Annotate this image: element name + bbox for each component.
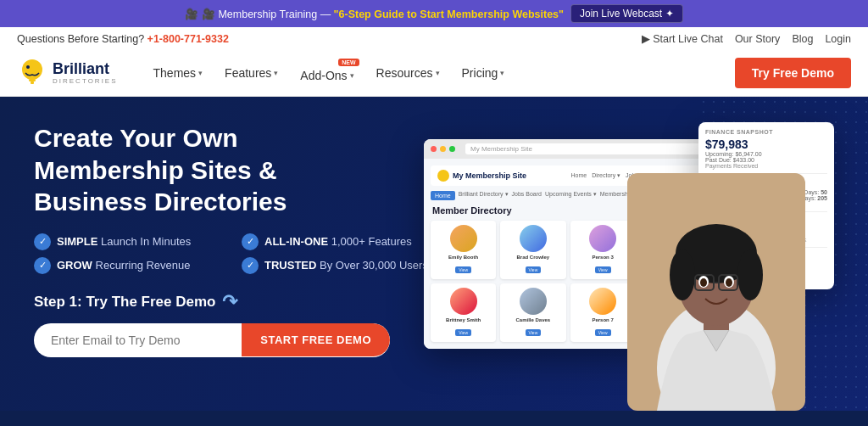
person-photo <box>627 173 805 411</box>
login-link[interactable]: Login <box>825 33 851 45</box>
list-item: Brittney Smith View <box>431 283 496 342</box>
svg-rect-2 <box>31 81 34 84</box>
nav-resources[interactable]: Resources ▾ <box>366 59 450 87</box>
feature-allinone: ✓ ALL-IN-ONE 1,000+ Features <box>242 233 441 250</box>
announcement-highlight: "6-Step Guide to Start Membership Websit… <box>334 8 564 20</box>
nav-themes[interactable]: Themes ▾ <box>143 59 214 87</box>
hero-features: ✓ SIMPLE Launch In Minutes ✓ ALL-IN-ONE … <box>34 233 441 274</box>
feature-grow: ✓ GROW Recurring Revenue <box>34 257 233 274</box>
nav-pricing[interactable]: Pricing ▾ <box>452 59 515 87</box>
arrow-icon: ↷ <box>222 291 237 313</box>
person-illustration <box>627 173 805 411</box>
browser-max-dot <box>449 146 455 152</box>
check-icon: ✓ <box>34 233 51 250</box>
chevron-down-icon: ▾ <box>436 69 440 77</box>
logo-icon <box>17 58 47 88</box>
svg-point-9 <box>670 249 695 300</box>
svg-point-13 <box>700 278 707 287</box>
list-item: Person 3 View <box>570 221 636 279</box>
hero-left: Create Your Own Membership Sites & Busin… <box>34 122 441 357</box>
hero-right: My Membership Site My Membership Site Ho… <box>424 122 834 394</box>
nav-addons[interactable]: NEW Add-Ons ▾ <box>290 57 364 89</box>
hero-section: Create Your Own Membership Sites & Busin… <box>0 97 868 411</box>
browser-min-dot <box>440 146 446 152</box>
chevron-down-icon: ▾ <box>274 69 278 77</box>
main-nav: Brilliant DIRECTORIES Themes ▾ Features … <box>0 50 868 97</box>
svg-point-0 <box>22 59 42 80</box>
list-item: Camille Daves View <box>500 283 565 342</box>
live-chat-link[interactable]: ▶ Start Live Chat <box>642 32 723 45</box>
new-badge: NEW <box>338 59 359 66</box>
our-story-link[interactable]: Our Story <box>735 33 781 45</box>
svg-point-14 <box>726 278 732 287</box>
svg-point-10 <box>737 249 763 300</box>
cam-icon: 🎥 <box>185 8 198 20</box>
avatar <box>450 288 477 315</box>
avatar <box>520 225 547 252</box>
nav-links: Themes ▾ Features ▾ NEW Add-Ons ▾ Resour… <box>143 57 735 89</box>
svg-rect-1 <box>29 79 36 81</box>
email-input[interactable] <box>34 323 242 357</box>
phone-number[interactable]: +1-800-771-9332 <box>147 33 229 45</box>
svg-point-3 <box>26 65 30 69</box>
check-icon: ✓ <box>242 233 259 250</box>
check-icon: ✓ <box>34 257 51 274</box>
browser-bar: My Membership Site <box>424 139 712 159</box>
mock-site-name: My Membership Site <box>453 171 526 180</box>
question-text: Questions Before Starting? +1-800-771-93… <box>17 33 229 45</box>
avatar <box>589 225 616 252</box>
logo-text: Brilliant DIRECTORIES <box>53 61 118 86</box>
finance-snapshot-section: FINANCE SNAPSHOT $79,983 Upcoming: $6,94… <box>705 129 827 174</box>
demo-form[interactable]: START FREE DEMO <box>34 323 390 357</box>
secondary-nav-links: ▶ Start Live Chat Our Story Blog Login <box>642 32 851 45</box>
secondary-nav: Questions Before Starting? +1-800-771-93… <box>0 27 868 50</box>
webcast-button[interactable]: Join Live Webcast ✦ <box>570 4 683 23</box>
chevron-down-icon: ▾ <box>350 71 354 80</box>
chevron-down-icon: ▾ <box>500 69 504 77</box>
list-item: Emily Booth View <box>431 221 496 279</box>
blog-link[interactable]: Blog <box>792 33 813 45</box>
nav-features[interactable]: Features ▾ <box>214 59 288 87</box>
avatar <box>450 225 477 252</box>
announcement-bar: 🎥 🎥 Membership Training — "6-Step Guide … <box>0 0 868 27</box>
start-demo-button[interactable]: START FREE DEMO <box>242 323 390 356</box>
feature-trusted: ✓ TRUSTED By Over 30,000 Users <box>242 257 441 274</box>
browser-url: My Membership Site <box>470 145 532 153</box>
logo[interactable]: Brilliant DIRECTORIES <box>17 58 118 88</box>
hero-title: Create Your Own Membership Sites & Busin… <box>34 122 441 218</box>
avatar <box>520 288 547 315</box>
try-demo-button[interactable]: Try Free Demo <box>735 58 851 88</box>
chevron-down-icon: ▾ <box>198 69 203 77</box>
list-item: Brad Crowley View <box>500 221 565 279</box>
avatar <box>589 288 616 315</box>
feature-simple: ✓ SIMPLE Launch In Minutes <box>34 233 233 250</box>
check-icon: ✓ <box>242 257 259 274</box>
list-item: Person 7 View <box>570 283 636 342</box>
browser-close-dot <box>431 146 437 152</box>
announcement-text: 🎥 🎥 Membership Training — "6-Step Guide … <box>185 8 564 20</box>
step-label: Step 1: Try The Free Demo ↷ <box>34 291 441 313</box>
